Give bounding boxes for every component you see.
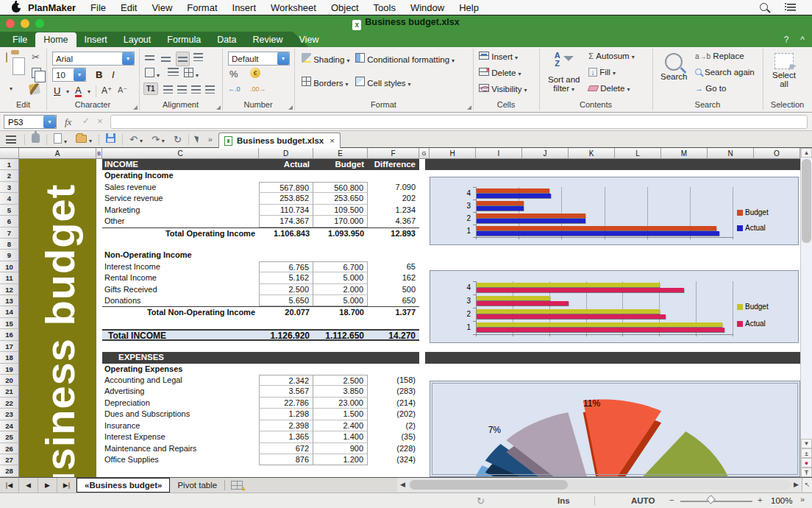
- horizontal-scrollbar-thumb[interactable]: [410, 480, 568, 490]
- table-row[interactable]: Other174.367170.0004.367: [102, 216, 419, 227]
- column-header-H[interactable]: H: [430, 148, 476, 159]
- touch-mode-button[interactable]: [27, 133, 44, 145]
- section-title-row[interactable]: Non-Operating Income: [102, 250, 419, 261]
- menu-view[interactable]: View: [144, 2, 179, 13]
- calc-mode-indicator[interactable]: AUTO: [631, 496, 655, 505]
- row-header-21[interactable]: 21: [0, 386, 19, 397]
- menu-icon[interactable]: [6, 135, 16, 144]
- open-document-button[interactable]: ▾: [71, 134, 96, 145]
- table-row[interactable]: Donations5.6505.000650: [102, 295, 419, 306]
- font-color-button[interactable]: A: [75, 85, 82, 97]
- column-header-O[interactable]: O: [754, 148, 800, 159]
- autosum-button[interactable]: Σ Autosum▾: [588, 52, 635, 60]
- chevron-down-icon[interactable]: ▾: [140, 138, 143, 144]
- menu-window[interactable]: Window: [403, 2, 452, 13]
- chevron-down-icon[interactable]: ▾: [196, 72, 199, 79]
- scroll-up-icon[interactable]: ▲: [801, 148, 812, 158]
- sync-view-button[interactable]: ●: [801, 458, 812, 468]
- chevron-down-icon[interactable]: ▾: [122, 52, 134, 65]
- paste-button[interactable]: [6, 53, 7, 62]
- horizontal-scrollbar[interactable]: ◀ ▶: [397, 478, 802, 492]
- zoom-slider-thumb[interactable]: [706, 495, 716, 504]
- menu-file[interactable]: File: [83, 2, 113, 13]
- chevron-down-icon[interactable]: ▾: [157, 72, 160, 79]
- income-header-row[interactable]: INCOMEActualBudgetDifference: [102, 159, 419, 170]
- replace-button[interactable]: a→b Replace: [695, 52, 744, 60]
- shrink-font-button[interactable]: A⁻: [118, 85, 127, 95]
- apple-menu-icon[interactable]: [12, 3, 21, 13]
- redo-button[interactable]: ↷▾: [147, 134, 169, 145]
- row-header-4[interactable]: 4: [0, 193, 19, 204]
- table-row[interactable]: Office Supplies8761.200(324): [102, 454, 419, 465]
- table-row[interactable]: Interest Income6.7656.70065: [102, 261, 419, 272]
- insert-function-icon[interactable]: fx: [65, 116, 71, 128]
- title-banner-cell[interactable]: Business budget: [19, 159, 96, 477]
- ribbon-tab-view[interactable]: View: [291, 32, 327, 47]
- chevron-down-icon[interactable]: ▾: [43, 116, 56, 128]
- freeze-panes-button[interactable]: Ŧ: [801, 468, 812, 477]
- column-headers[interactable]: ABCDEFGHIJKLMNO: [19, 148, 800, 159]
- column-header-I[interactable]: I: [476, 148, 522, 159]
- table-row[interactable]: Service revenue253.852253.650202: [102, 193, 419, 204]
- repeat-button[interactable]: ↻: [169, 134, 186, 145]
- table-row[interactable]: Maintenance and Repairs672900(228): [102, 443, 419, 454]
- dialog-launcher-number[interactable]: [288, 105, 293, 110]
- copy-button[interactable]: [32, 68, 41, 80]
- expenses-header-row[interactable]: EXPENSES: [102, 352, 419, 363]
- column-header-M[interactable]: M: [661, 148, 708, 159]
- cell-frame-button[interactable]: ▾: [145, 68, 160, 79]
- vertical-scrollbar[interactable]: ▲ ▼ ± ● Ŧ: [800, 148, 812, 477]
- menu-edit[interactable]: Edit: [113, 2, 144, 13]
- percent-format-button[interactable]: %: [229, 68, 238, 80]
- split-window-button[interactable]: ±: [801, 448, 812, 458]
- row-header-18[interactable]: 18: [0, 352, 19, 363]
- borders-button[interactable]: Borders▾: [302, 77, 349, 88]
- menu-format[interactable]: Format: [179, 2, 224, 13]
- row-header-10[interactable]: 10: [0, 261, 19, 272]
- chevron-down-icon[interactable]: ▾: [74, 68, 85, 81]
- align-right-button[interactable]: [191, 85, 201, 95]
- row-header-24[interactable]: 24: [0, 420, 19, 431]
- row-header-2[interactable]: 2: [0, 170, 19, 181]
- row-header-6[interactable]: 6: [0, 216, 19, 227]
- format-painter-button[interactable]: [29, 84, 40, 96]
- section-title-row[interactable]: Operating Expenses: [102, 364, 419, 375]
- italic-button[interactable]: I: [112, 69, 115, 80]
- table-row[interactable]: Accounting and Legal2.3422.500(158): [102, 375, 419, 386]
- merge-cells-button[interactable]: ▾: [184, 68, 199, 79]
- table-row[interactable]: Dues and Subscriptions1.2981.500(202): [102, 409, 419, 420]
- scroll-right-icon[interactable]: ▶: [791, 478, 802, 492]
- currency-format-button[interactable]: €: [250, 68, 260, 78]
- spotlight-search-icon[interactable]: [760, 3, 768, 11]
- wrap-text-button[interactable]: [168, 68, 179, 77]
- font-size-select[interactable]: 10▾: [52, 68, 86, 82]
- ribbon-tab-file[interactable]: File: [4, 32, 35, 47]
- previous-sheet-icon[interactable]: ◀: [19, 478, 38, 493]
- statusbar-more-icon[interactable]: »: [800, 495, 805, 504]
- ribbon-tab-data[interactable]: Data: [209, 32, 244, 47]
- table-row[interactable]: Insurance2.3982.400(2): [102, 420, 419, 431]
- align-center-button[interactable]: [177, 85, 187, 95]
- paste-dropdown[interactable]: ▾: [10, 85, 13, 92]
- new-document-button[interactable]: ▾: [49, 133, 71, 146]
- ribbon-tab-insert[interactable]: Insert: [76, 32, 115, 47]
- budget-table[interactable]: INCOMEActualBudgetDifference Operating I…: [102, 159, 419, 465]
- delete-cells-button[interactable]: Delete▾: [479, 68, 521, 77]
- chevron-down-icon[interactable]: ▾: [277, 52, 289, 65]
- fill-button[interactable]: ↓ Fill▾: [588, 68, 616, 77]
- zoom-in-icon[interactable]: +: [758, 495, 763, 504]
- document-tab[interactable]: Business budget.xlsx ×: [218, 133, 341, 148]
- table-row[interactable]: Advertising3.5673.850(283): [102, 386, 419, 397]
- underline-dropdown[interactable]: ▾: [66, 88, 69, 95]
- column-header-K[interactable]: K: [569, 148, 615, 159]
- row-header-5[interactable]: 5: [0, 205, 19, 216]
- select-all-button[interactable]: Selectall: [772, 53, 796, 88]
- table-row[interactable]: Interest Expense1.3651.400(35): [102, 431, 419, 442]
- add-sheet-icon[interactable]: [231, 481, 243, 490]
- pane-corner-button[interactable]: ↖: [802, 478, 812, 492]
- delete-contents-button[interactable]: Delete▾: [588, 84, 630, 93]
- control-center-icon[interactable]: [785, 3, 796, 11]
- cell-reference-box[interactable]: P53▾: [4, 115, 57, 129]
- column-header-J[interactable]: J: [522, 148, 569, 159]
- sheet-tab-business-budget[interactable]: «Business budget»: [76, 478, 170, 493]
